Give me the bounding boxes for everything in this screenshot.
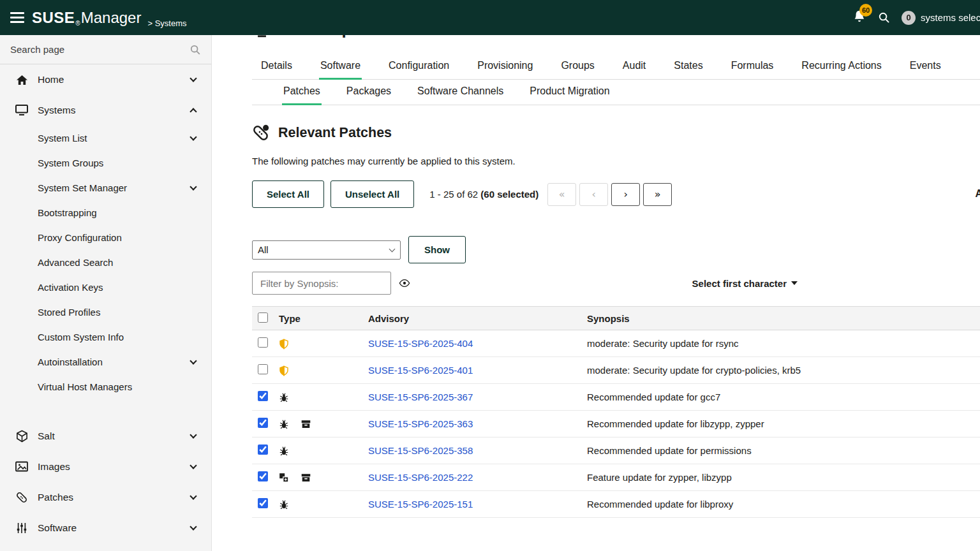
sidebar-item-autoinstallation[interactable]: Autoinstallation — [0, 349, 211, 374]
tab-groups[interactable]: Groups — [560, 54, 595, 80]
sidebar-item-stored-profiles[interactable]: Stored Profiles — [0, 300, 211, 325]
row-checkbox[interactable] — [258, 337, 268, 348]
synopsis-filter-row: Select first character — [252, 272, 980, 295]
column-header-advisory[interactable]: Advisory — [368, 307, 586, 330]
sidebar-item-systems[interactable]: Systems — [0, 95, 211, 126]
table-row: SUSE-15-SP6-2025-222 Feature update for … — [252, 464, 980, 491]
sidebar-item-bootstrapping[interactable]: Bootstrapping — [0, 200, 211, 225]
sidebar-item-label: Stored Profiles — [38, 307, 100, 318]
table-header-row: Type Advisory Synopsis — [252, 307, 980, 330]
pagination-prev-button[interactable]: ‹ — [579, 183, 608, 206]
security-shield-icon — [279, 339, 289, 349]
column-header-synopsis[interactable]: Synopsis — [586, 307, 980, 330]
package-icon — [301, 419, 311, 429]
systems-selected-indicator[interactable]: 0 systems selected — [902, 11, 980, 25]
pagination-first-button[interactable]: « — [547, 183, 576, 206]
column-header-type[interactable]: Type — [278, 307, 368, 330]
sidebar-item-system-groups[interactable]: System Groups — [0, 151, 211, 175]
type-filter-select[interactable]: All — [252, 240, 401, 260]
synopsis-text: moderate: Security update for rsync — [587, 338, 739, 349]
sidebar-item-activation-keys[interactable]: Activation Keys — [0, 275, 211, 300]
synopsis-filter-input[interactable] — [252, 272, 391, 295]
sliders-icon — [14, 522, 29, 534]
salt-cube-icon — [14, 430, 29, 443]
sidebar-item-label: Autoinstallation — [38, 356, 103, 367]
sidebar: Home Systems System List System Groups S… — [0, 35, 212, 551]
row-checkbox[interactable] — [258, 471, 268, 481]
synopsis-text: moderate: Security update for crypto-pol… — [587, 365, 801, 376]
notifications-button[interactable]: 60 — [852, 10, 866, 26]
row-checkbox[interactable] — [258, 444, 268, 455]
table-row: SUSE-15-SP6-2025-358 Recommended update … — [252, 437, 980, 464]
sidebar-item-content-lifecycle[interactable]: Content Lifecycle — [0, 543, 211, 551]
pagination-range: 1 - 25 of 62 — [429, 189, 478, 200]
row-checkbox[interactable] — [258, 418, 268, 428]
sidebar-item-custom-system-info[interactable]: Custom System Info — [0, 325, 211, 349]
pagination-last-button[interactable]: » — [643, 183, 672, 206]
subtab-packages[interactable]: Packages — [345, 80, 392, 105]
sidebar-item-label: Proxy Configuration — [38, 232, 122, 243]
chevron-down-icon — [189, 527, 197, 529]
systems-selected-label: systems selected — [921, 12, 980, 23]
sidebar-item-label: Images — [38, 461, 70, 473]
patches-table: Type Advisory Synopsis SUSE-15-SP6-2025-… — [252, 306, 980, 518]
row-checkbox[interactable] — [258, 364, 268, 374]
advisory-link[interactable]: SUSE-15-SP6-2025-401 — [368, 365, 473, 376]
show-button[interactable]: Show — [408, 236, 466, 263]
subtab-software-channels[interactable]: Software Channels — [416, 80, 505, 105]
tab-recurring-actions[interactable]: Recurring Actions — [800, 54, 882, 80]
sidebar-item-home[interactable]: Home — [0, 64, 211, 95]
sidebar-item-system-set-manager[interactable]: System Set Manager — [0, 175, 211, 200]
sidebar-item-patches[interactable]: Patches — [0, 482, 211, 513]
package-icon — [301, 473, 311, 483]
brand-suse: SUSE — [32, 9, 75, 27]
tab-provisioning[interactable]: Provisioning — [476, 54, 534, 80]
tab-configuration[interactable]: Configuration — [387, 54, 450, 80]
hamburger-menu-icon[interactable] — [10, 12, 24, 23]
sidebar-item-label: Systems — [38, 105, 75, 116]
sidebar-item-system-list[interactable]: System List — [0, 126, 211, 151]
tab-events[interactable]: Events — [909, 54, 942, 80]
advisory-link[interactable]: SUSE-15-SP6-2025-404 — [368, 338, 473, 349]
tab-states[interactable]: States — [672, 54, 704, 80]
subtab-patches[interactable]: Patches — [282, 80, 322, 105]
row-checkbox[interactable] — [258, 498, 268, 508]
synopsis-text: Recommended update for libproxy — [587, 499, 733, 510]
select-first-character-dropdown[interactable]: Select first character — [692, 278, 798, 289]
sidebar-search-icon[interactable] — [189, 44, 201, 55]
pagination-summary: 1 - 25 of 62 (60 selected) — [429, 189, 538, 200]
sidebar-item-images[interactable]: Images — [0, 452, 211, 482]
type-filter-wrap: All — [252, 240, 401, 260]
unselect-all-button[interactable]: Unselect All — [330, 180, 414, 208]
advisory-link[interactable]: SUSE-15-SP6-2025-358 — [368, 445, 473, 456]
tab-audit[interactable]: Audit — [621, 54, 647, 80]
select-all-button[interactable]: Select All — [252, 180, 324, 208]
app-logo[interactable]: SUSE ® Manager — [32, 9, 141, 27]
tab-software[interactable]: Software — [319, 54, 362, 80]
sidebar-item-proxy-configuration[interactable]: Proxy Configuration — [0, 225, 211, 250]
sidebar-item-salt[interactable]: Salt — [0, 421, 211, 452]
sidebar-item-label: Patches — [38, 492, 73, 503]
sidebar-item-label: Software — [38, 522, 77, 534]
chevron-down-icon — [189, 137, 197, 140]
subtab-product-migration[interactable]: Product Migration — [528, 80, 611, 105]
chevron-down-icon — [189, 496, 197, 499]
eye-icon[interactable] — [399, 278, 410, 288]
tab-formulas[interactable]: Formulas — [730, 54, 775, 80]
chevron-up-icon — [189, 107, 197, 114]
select-all-checkbox[interactable] — [258, 312, 268, 323]
advisory-link[interactable]: SUSE-15-SP6-2025-363 — [368, 418, 473, 429]
alphabet-index-letter[interactable]: A — [975, 188, 980, 200]
pagination-selected-count: (60 selected) — [480, 189, 538, 200]
tab-details[interactable]: Details — [260, 54, 293, 80]
global-search-icon[interactable] — [878, 11, 890, 24]
sidebar-item-virtual-host-managers[interactable]: Virtual Host Managers — [0, 374, 211, 399]
advisory-link[interactable]: SUSE-15-SP6-2025-367 — [368, 392, 473, 402]
advisory-link[interactable]: SUSE-15-SP6-2025-151 — [368, 499, 473, 510]
row-checkbox[interactable] — [258, 391, 268, 401]
advisory-link[interactable]: SUSE-15-SP6-2025-222 — [368, 472, 473, 483]
pagination-next-button[interactable]: › — [611, 183, 640, 206]
sidebar-item-software[interactable]: Software — [0, 513, 211, 543]
sidebar-search-input[interactable] — [10, 44, 189, 55]
sidebar-item-advanced-search[interactable]: Advanced Search — [0, 250, 211, 275]
